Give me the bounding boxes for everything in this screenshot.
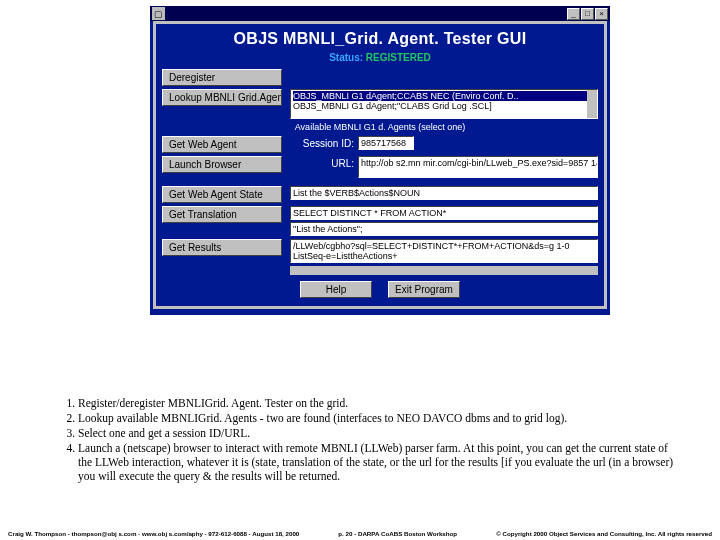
list-item: Lookup available MBNLIGrid. Agents - two… — [78, 411, 675, 425]
status-label: Status: — [329, 52, 363, 63]
get-translation-button[interactable]: Get Translation — [162, 206, 282, 223]
deregister-button[interactable]: Deregister — [162, 69, 282, 86]
status-line: Status: REGISTERED — [162, 52, 598, 63]
list-item[interactable]: OBJS_MBNLI G1 dAgent;CCABS NEC (Enviro C… — [293, 91, 595, 101]
footer-page: p. 20 - DARPA CoABS Boston Workshop — [299, 530, 496, 537]
available-agents-note: Available MBNLI G1 d. Agents (select one… — [162, 122, 598, 132]
state-input-field[interactable]: List the $VERB$Actions$NOUN — [290, 186, 598, 200]
close-button[interactable]: × — [595, 8, 608, 20]
minimize-button[interactable]: _ — [567, 8, 580, 20]
scrollbar-horizontal[interactable] — [290, 266, 598, 275]
titlebar: ▢ _ □ × — [150, 6, 610, 21]
maximize-button[interactable]: □ — [581, 8, 594, 20]
get-web-agent-button[interactable]: Get Web Agent — [162, 136, 282, 153]
get-results-button[interactable]: Get Results — [162, 239, 282, 256]
status-value: REGISTERED — [366, 52, 431, 63]
list-item[interactable]: OBJS_MBNLI G1 dAgent;"CLABS Grid Log .SC… — [293, 101, 595, 111]
session-id-label: Session ID: — [290, 138, 354, 149]
instructions-list: Register/deregister MBNLIGrid. Agent. Te… — [60, 396, 675, 484]
list-item: Register/deregister MBNLIGrid. Agent. Te… — [78, 396, 675, 410]
results-field[interactable]: /LLWeb/cgbho?sql=SELECT+DISTINCT*+FROM+A… — [290, 239, 598, 263]
app-window: ▢ _ □ × OBJS MBNLI_Grid. Agent. Tester G… — [150, 6, 610, 315]
translation-field-1[interactable]: SELECT DISTINCT * FROM ACTION* — [290, 206, 598, 220]
url-field[interactable]: http://ob s2.mn mir.com/cgi-bin/LLweb_PS… — [358, 156, 598, 178]
list-item: Select one and get a session ID/URL. — [78, 426, 675, 440]
agents-listbox[interactable]: OBJS_MBNLI G1 dAgent;CCABS NEC (Enviro C… — [290, 89, 598, 119]
session-id-field[interactable]: 985717568 — [358, 136, 414, 150]
get-web-agent-state-button[interactable]: Get Web Agent State — [162, 186, 282, 203]
scrollbar-vertical[interactable] — [587, 90, 597, 118]
slide-footer: Craig W. Thompson - thompson@obj s.com -… — [0, 530, 720, 537]
translation-field-2[interactable]: "List the Actions"; — [290, 222, 598, 236]
window-title: OBJS MBNLI_Grid. Agent. Tester GUI — [162, 30, 598, 48]
footer-copyright: © Copyright 2000 Object Services and Con… — [496, 530, 712, 537]
list-item: Launch a (netscape) browser to interact … — [78, 441, 675, 483]
launch-browser-button[interactable]: Launch Browser — [162, 156, 282, 173]
exit-program-button[interactable]: Exit Program — [388, 281, 460, 298]
footer-left: Craig W. Thompson - thompson@obj s.com -… — [8, 530, 299, 537]
help-button[interactable]: Help — [300, 281, 372, 298]
url-label: URL: — [290, 158, 354, 169]
system-menu-icon[interactable]: ▢ — [152, 7, 165, 20]
lookup-agents-button[interactable]: Lookup MBNLI Grid.Agents — [162, 89, 282, 106]
